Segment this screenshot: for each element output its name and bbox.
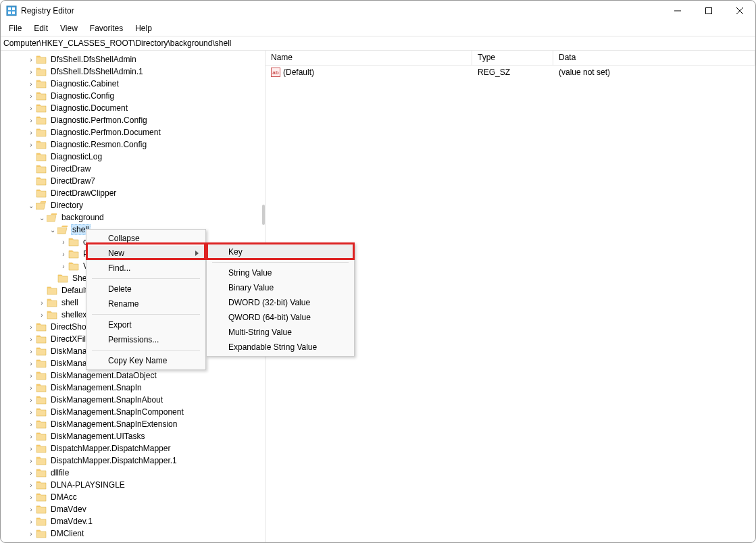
tree-node-label: shellex: [60, 310, 88, 319]
ctx-new-string-value[interactable]: String Value: [207, 265, 354, 280]
tree-node[interactable]: ⌄background: [1, 211, 265, 224]
chevron-right-icon[interactable]: ›: [59, 238, 68, 246]
ctx-new-expandable-string-value[interactable]: Expandable String Value: [207, 340, 354, 355]
tree-node[interactable]: ›Diagnostic.Perfmon.Document: [1, 126, 265, 138]
ctx-new-binary-value[interactable]: Binary Value: [207, 280, 354, 295]
chevron-right-icon[interactable]: ›: [26, 93, 36, 100]
menu-favorites[interactable]: Favorites: [84, 22, 128, 34]
tree-node[interactable]: ›DiskManagement.SnapIn: [1, 382, 265, 394]
menu-help[interactable]: Help: [130, 22, 157, 34]
tree-node[interactable]: ›DiskManagement.SnapInAbout: [1, 394, 265, 406]
tree-node[interactable]: ›DmaVdev: [1, 503, 265, 515]
tree-node[interactable]: ›DmaVdev.1: [1, 515, 265, 527]
chevron-right-icon[interactable]: ›: [26, 396, 36, 404]
chevron-right-icon[interactable]: ›: [26, 336, 36, 343]
chevron-down-icon[interactable]: ⌄: [26, 202, 36, 209]
close-button[interactable]: [724, 1, 755, 21]
chevron-right-icon[interactable]: ›: [26, 56, 36, 63]
tree-node[interactable]: ›Diagnostic.Document: [1, 102, 265, 114]
tree-node-label: Diagnostic.Cabinet: [49, 79, 120, 88]
chevron-right-icon[interactable]: ›: [37, 299, 47, 307]
tree-node[interactable]: ›DMAcc: [1, 491, 265, 503]
chevron-right-icon[interactable]: ›: [26, 117, 36, 124]
folder-icon: [36, 383, 47, 392]
chevron-right-icon[interactable]: ›: [26, 506, 36, 513]
col-name[interactable]: Name: [266, 51, 472, 65]
chevron-right-icon[interactable]: ›: [26, 324, 36, 331]
menu-edit[interactable]: Edit: [28, 22, 53, 34]
chevron-right-icon[interactable]: ›: [26, 482, 36, 489]
svg-rect-6: [706, 8, 712, 14]
tree-node[interactable]: ›DLNA-PLAYSINGLE: [1, 479, 265, 491]
ctx-item-rename[interactable]: Rename: [86, 296, 205, 311]
chevron-right-icon[interactable]: ›: [26, 494, 36, 501]
ctx-item-permissions-[interactable]: Permissions...: [86, 332, 205, 347]
tree-node[interactable]: ›Diagnostic.Perfmon.Config: [1, 114, 265, 126]
chevron-right-icon[interactable]: ›: [37, 311, 47, 319]
tree-node[interactable]: ›dllfile: [1, 467, 265, 479]
folder-icon: [36, 140, 47, 149]
tree-node[interactable]: ›DiskManagement.SnapInComponent: [1, 406, 265, 418]
chevron-right-icon[interactable]: ›: [26, 384, 36, 392]
chevron-right-icon[interactable]: ›: [26, 457, 36, 465]
tree-node[interactable]: ›DispatchMapper.DispatchMapper.1: [1, 455, 265, 467]
tree-node[interactable]: DirectDraw7: [1, 175, 265, 187]
ctx-item-find-[interactable]: Find...: [86, 261, 205, 276]
tree-node[interactable]: DirectDraw: [1, 163, 265, 175]
ctx-item-collapse[interactable]: Collapse: [86, 231, 205, 246]
col-data[interactable]: Data: [553, 51, 755, 65]
tree-node[interactable]: ›DiskManagement.SnapInExtension: [1, 418, 265, 430]
folder-icon: [36, 128, 47, 137]
chevron-right-icon[interactable]: ›: [26, 433, 36, 440]
chevron-right-icon[interactable]: ›: [26, 141, 36, 149]
ctx-item-new[interactable]: New: [86, 246, 205, 261]
chevron-right-icon[interactable]: ›: [26, 80, 36, 88]
tree-node[interactable]: ›Diagnostic.Cabinet: [1, 78, 265, 90]
chevron-right-icon[interactable]: ›: [26, 445, 36, 452]
chevron-right-icon[interactable]: ›: [26, 409, 36, 416]
tree-node[interactable]: DiagnosticLog: [1, 151, 265, 163]
chevron-down-icon[interactable]: ⌄: [48, 226, 57, 234]
ctx-new-qword-64-bit-value[interactable]: QWORD (64-bit) Value: [207, 310, 354, 325]
col-type[interactable]: Type: [472, 51, 553, 65]
chevron-right-icon[interactable]: ›: [59, 251, 68, 258]
tree-node[interactable]: ›DfsShell.DfsShellAdmin.1: [1, 66, 265, 78]
chevron-down-icon[interactable]: ⌄: [37, 214, 47, 222]
chevron-right-icon[interactable]: ›: [59, 263, 68, 270]
ctx-new-dword-32-bit-value[interactable]: DWORD (32-bit) Value: [207, 295, 354, 310]
menu-view[interactable]: View: [55, 22, 83, 34]
svg-rect-3: [8, 11, 11, 14]
ctx-new-multi-string-value[interactable]: Multi-String Value: [207, 325, 354, 340]
tree-node[interactable]: ›DfsShell.DfsShellAdmin: [1, 53, 265, 66]
chevron-right-icon[interactable]: ›: [26, 105, 36, 112]
chevron-right-icon[interactable]: ›: [26, 530, 36, 538]
splitter-handle[interactable]: [262, 205, 265, 225]
minimize-button[interactable]: [662, 1, 693, 21]
ctx-item-export[interactable]: Export: [86, 317, 205, 332]
tree-node[interactable]: ›DMClient: [1, 527, 265, 540]
chevron-right-icon[interactable]: ›: [26, 518, 36, 525]
tree-node[interactable]: ⌄Directory: [1, 199, 265, 211]
chevron-right-icon[interactable]: ›: [26, 68, 36, 76]
tree-node[interactable]: ›Diagnostic.Resmon.Config: [1, 138, 265, 151]
tree-node[interactable]: ›DiskManagement.UITasks: [1, 430, 265, 442]
chevron-right-icon[interactable]: ›: [26, 360, 36, 367]
address-text: Computer\HKEY_CLASSES_ROOT\Directory\bac…: [3, 38, 231, 48]
maximize-button[interactable]: [693, 1, 724, 21]
tree-node[interactable]: DirectDrawClipper: [1, 187, 265, 199]
tree-node[interactable]: ›Diagnostic.Config: [1, 90, 265, 102]
address-bar[interactable]: Computer\HKEY_CLASSES_ROOT\Directory\bac…: [1, 36, 755, 51]
ctx-item-copy-key-name[interactable]: Copy Key Name: [86, 353, 205, 368]
ctx-new-key[interactable]: Key: [207, 244, 354, 259]
chevron-right-icon[interactable]: ›: [26, 372, 36, 380]
chevron-right-icon[interactable]: ›: [26, 129, 36, 136]
menu-file[interactable]: File: [3, 22, 27, 34]
chevron-right-icon[interactable]: ›: [26, 469, 36, 477]
ctx-item-delete[interactable]: Delete: [86, 282, 205, 296]
chevron-right-icon[interactable]: ›: [26, 421, 36, 428]
folder-icon: [36, 359, 47, 368]
chevron-right-icon[interactable]: ›: [26, 348, 36, 355]
tree-node[interactable]: ›DispatchMapper.DispatchMapper: [1, 442, 265, 455]
value-row[interactable]: ab(Default)REG_SZ(value not set): [266, 66, 755, 79]
tree-node[interactable]: ›DiskManagement.DataObject: [1, 369, 265, 382]
